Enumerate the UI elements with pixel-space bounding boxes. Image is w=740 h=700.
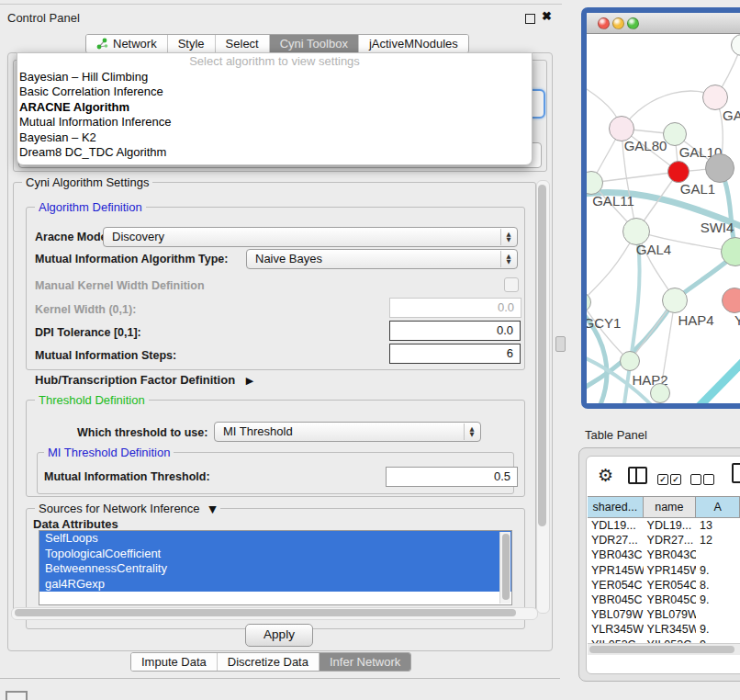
float-panel-icon[interactable] <box>525 14 535 24</box>
kernel-width-input: 0.0 <box>389 298 521 318</box>
dpi-tolerance-input[interactable]: 0.0 <box>389 321 521 341</box>
table-cell: YBR043C <box>588 548 644 562</box>
control-panel-window: Control Panel ✖ NetworkStyleSelectCyni T… <box>0 5 560 679</box>
settings-horizontal-scrollbar-thumb[interactable] <box>15 609 516 616</box>
mi-threshold-input[interactable]: 0.5 <box>386 467 518 487</box>
mi-steps-input[interactable]: 6 <box>389 344 521 364</box>
network-node-hap4[interactable] <box>662 288 688 313</box>
settings-vertical-scrollbar-thumb[interactable] <box>538 185 546 526</box>
close-panel-icon[interactable]: ✖ <box>542 9 552 23</box>
table-row[interactable]: YBR045CYBR045C9. <box>588 593 740 607</box>
table-cell: YDL19... <box>644 518 696 533</box>
data-attribute-item[interactable]: TopologicalCoefficient <box>39 547 511 562</box>
threshold-definition-legend: Threshold Definition <box>35 393 149 407</box>
node-label-gal1: GAL1 <box>680 181 715 197</box>
dropdown-placeholder: Select algorithm to view settings <box>17 53 532 70</box>
bottom-tab-discretize-data[interactable]: Discretize Data <box>217 653 319 671</box>
algorithm-option[interactable]: Bayesian – K2 <box>17 130 532 145</box>
bottom-tab-impute-data[interactable]: Impute Data <box>131 653 217 671</box>
tab-label: jActiveMNodules <box>369 37 458 51</box>
tab-style[interactable]: Style <box>167 35 215 52</box>
aracne-mode-value: Discovery <box>112 230 164 243</box>
algorithm-option[interactable]: Bayesian – Hill Climbing <box>17 70 532 85</box>
settings-gear-icon[interactable]: ⚙ <box>598 465 613 485</box>
control-panel-tabstrip: NetworkStyleSelectCyni ToolboxjActiveMNo… <box>85 34 469 53</box>
tab-jactivemnodules[interactable]: jActiveMNodules <box>358 35 468 52</box>
table-row[interactable]: YPR145WYPR145W9. <box>588 563 740 578</box>
expanded-arrow-icon: ▼ <box>208 503 216 515</box>
tab-cyni-toolbox[interactable]: Cyni Toolbox <box>269 35 358 52</box>
manual-kernel-label: Manual Kernel Width Definition <box>35 279 205 292</box>
table-row[interactable]: YDR27...YDR27...12 <box>588 533 740 548</box>
column-layout-icon[interactable] <box>628 467 647 484</box>
sources-legend[interactable]: Sources for Network Inference ▼ <box>35 502 220 515</box>
network-node-gal1[interactable] <box>667 161 690 183</box>
table-cell: YDL19... <box>588 518 644 533</box>
table-cell: YBR045C <box>588 593 644 607</box>
algorithm-option[interactable]: ARACNE Algorithm <box>17 100 532 115</box>
hub-definition-toggle[interactable]: Hub/Transcription Factor Definition ▶ <box>35 373 253 387</box>
table-cell: YBL079W <box>644 607 696 622</box>
algorithm-dropdown-popup: Select algorithm to view settings Bayesi… <box>17 52 533 165</box>
stepper-arrows-icon: ▲▼ <box>500 251 516 267</box>
table-row[interactable]: YBL079WYBL079W <box>588 607 740 622</box>
network-node-hap2[interactable] <box>620 351 640 371</box>
tab-label: Infer Network <box>330 655 400 669</box>
window-minimize-icon[interactable] <box>612 17 624 29</box>
panel-splitter-handle[interactable] <box>555 336 566 352</box>
network-node[interactable] <box>705 153 734 183</box>
deselect-checkboxes-icon[interactable] <box>690 470 714 487</box>
network-node-y[interactable] <box>722 288 740 313</box>
table-cell <box>696 548 740 562</box>
table-column-header[interactable]: name <box>644 497 696 517</box>
node-label-gal11: GAL11 <box>592 193 634 209</box>
table-cell: YPR145W <box>588 563 644 578</box>
table-cell: YBR043C <box>644 548 696 562</box>
algorithm-option[interactable]: Mutual Information Inference <box>17 115 532 130</box>
aracne-mode-select[interactable]: Discovery ▲▼ <box>103 227 518 247</box>
table-row[interactable]: YLR345WYLR345W9. <box>588 622 740 637</box>
which-threshold-select[interactable]: MI Threshold ▲▼ <box>214 422 481 442</box>
algorithm-option[interactable]: Basic Correlation Inference <box>17 85 532 99</box>
data-attributes-list[interactable]: SelfLoopsTopologicalCoefficientBetweenne… <box>39 530 512 605</box>
export-table-icon[interactable] <box>732 463 740 483</box>
network-node-gal10[interactable] <box>663 122 687 146</box>
which-threshold-value: MI Threshold <box>223 424 293 438</box>
mi-threshold-legend: MI Threshold Definition <box>44 446 174 459</box>
algorithm-definition-legend: Algorithm Definition <box>35 200 146 214</box>
node-label-hap4: HAP4 <box>678 312 713 328</box>
tab-select[interactable]: Select <box>215 35 269 52</box>
table-row[interactable]: YDL19...YDL19...13 <box>588 518 740 533</box>
table-column-header[interactable]: A <box>696 497 740 517</box>
table-row[interactable]: YBR043CYBR043C <box>588 548 740 562</box>
data-attribute-item[interactable]: SelfLoops <box>39 531 511 547</box>
network-node[interactable] <box>650 383 670 403</box>
mi-steps-label: Mutual Information Steps: <box>35 349 176 362</box>
network-canvas[interactable]: GALGAL80GAL10GAL1GAL11SWI4GAL4GCY1HAP4YH… <box>587 34 740 403</box>
data-attribute-item[interactable]: gal4RGexp <box>39 577 511 593</box>
bottom-tab-infer-network[interactable]: Infer Network <box>319 653 410 671</box>
window-zoom-icon[interactable] <box>627 17 639 29</box>
node-attribute-table[interactable]: shared...nameAYDL19...YDL19...13YDR27...… <box>588 496 740 646</box>
tab-network[interactable]: Network <box>86 35 167 52</box>
tab-label: Select <box>226 37 259 51</box>
table-row[interactable]: YER054CYER054C8. <box>588 578 740 593</box>
table-cell: YBL079W <box>588 607 644 622</box>
table-cell: YPR145W <box>644 563 696 578</box>
manual-kernel-checkbox[interactable] <box>504 277 519 292</box>
data-attribute-item[interactable]: BetweennessCentrality <box>39 561 511 577</box>
table-column-header[interactable]: shared... <box>588 497 644 517</box>
select-all-checkboxes-icon[interactable]: ✓✓ <box>657 470 681 487</box>
window-close-icon[interactable] <box>598 17 610 29</box>
stepper-arrows-icon: ▲▼ <box>500 229 516 245</box>
table-cell: 12 <box>696 533 740 548</box>
list-scrollbar[interactable] <box>499 532 510 604</box>
tab-label: Discretize Data <box>228 655 308 669</box>
apply-button[interactable]: Apply <box>245 624 313 647</box>
table-horizontal-scrollbar[interactable] <box>588 643 740 655</box>
algorithm-option[interactable]: Dream8 DC_TDC Algorithm <box>17 145 532 160</box>
network-window-titlebar[interactable] <box>587 13 740 34</box>
mi-type-select[interactable]: Naive Bayes ▲▼ <box>246 249 518 269</box>
docked-panel-icon[interactable] <box>6 691 28 700</box>
table-cell: 13 <box>696 518 740 533</box>
